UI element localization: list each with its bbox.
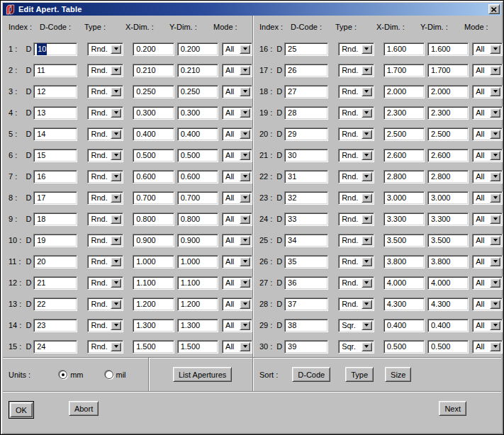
xdim-input[interactable]: 2.800 <box>383 170 425 183</box>
chevron-down-icon[interactable] <box>240 300 250 309</box>
chevron-down-icon[interactable] <box>490 172 500 181</box>
ydim-input[interactable]: 0.400 <box>427 319 469 332</box>
ydim-input[interactable]: 2.000 <box>427 85 469 98</box>
chevron-down-icon[interactable] <box>111 193 121 203</box>
ydim-input[interactable]: 3.300 <box>427 213 469 226</box>
chevron-down-icon[interactable] <box>111 151 121 160</box>
dcode-input[interactable]: 35 <box>284 255 328 269</box>
chevron-down-icon[interactable] <box>240 130 250 139</box>
chevron-down-icon[interactable] <box>362 278 372 288</box>
type-dropdown[interactable]: Rnd. <box>87 255 123 269</box>
ydim-input[interactable]: 1.300 <box>177 319 218 332</box>
mode-dropdown[interactable]: All <box>472 255 503 269</box>
dcode-input[interactable]: 23 <box>33 319 77 332</box>
next-button[interactable]: Next <box>439 401 466 416</box>
chevron-down-icon[interactable] <box>490 45 500 54</box>
ydim-input[interactable]: 2.800 <box>427 170 469 183</box>
mode-dropdown[interactable]: All <box>472 276 503 290</box>
chevron-down-icon[interactable] <box>240 278 250 288</box>
type-dropdown[interactable]: Rnd. <box>338 85 374 98</box>
xdim-input[interactable]: 3.000 <box>383 191 425 205</box>
sort-by-type-button[interactable]: Type <box>345 367 374 382</box>
dcode-input[interactable]: 26 <box>284 64 328 77</box>
mode-dropdown[interactable]: All <box>472 85 503 98</box>
mode-dropdown[interactable]: All <box>472 106 503 120</box>
type-dropdown[interactable]: Rnd. <box>87 128 123 141</box>
ydim-input[interactable]: 0.800 <box>177 213 218 226</box>
chevron-down-icon[interactable] <box>362 193 372 203</box>
mode-dropdown[interactable]: All <box>222 276 252 290</box>
xdim-input[interactable]: 2.500 <box>383 128 425 141</box>
sort-by-dcode-button[interactable]: D-Code <box>292 367 330 382</box>
mode-dropdown[interactable]: All <box>472 128 503 141</box>
ydim-input[interactable]: 4.300 <box>427 298 469 311</box>
dcode-input[interactable]: 27 <box>284 85 328 98</box>
xdim-input[interactable]: 2.000 <box>383 85 425 98</box>
dcode-input[interactable]: 39 <box>284 340 328 354</box>
chevron-down-icon[interactable] <box>362 215 372 224</box>
dcode-input[interactable]: 16 <box>33 170 77 183</box>
xdim-input[interactable]: 1.300 <box>133 319 174 332</box>
mode-dropdown[interactable]: All <box>222 213 252 226</box>
dcode-input[interactable]: 34 <box>284 234 328 247</box>
chevron-down-icon[interactable] <box>490 87 500 96</box>
xdim-input[interactable]: 3.500 <box>383 234 425 247</box>
chevron-down-icon[interactable] <box>240 87 250 96</box>
mode-dropdown[interactable]: All <box>472 191 503 205</box>
dcode-input[interactable]: 32 <box>284 191 328 205</box>
chevron-down-icon[interactable] <box>490 321 500 330</box>
ydim-input[interactable]: 2.300 <box>427 106 469 120</box>
xdim-input[interactable]: 0.500 <box>383 340 425 354</box>
type-dropdown[interactable]: Rnd. <box>338 128 374 141</box>
mode-dropdown[interactable]: All <box>222 234 252 247</box>
chevron-down-icon[interactable] <box>490 215 500 224</box>
type-dropdown[interactable]: Rnd. <box>87 149 123 162</box>
ydim-input[interactable]: 3.500 <box>427 234 469 247</box>
ydim-input[interactable]: 0.300 <box>177 106 218 120</box>
mode-dropdown[interactable]: All <box>472 43 503 56</box>
chevron-down-icon[interactable] <box>490 342 500 351</box>
xdim-input[interactable]: 0.800 <box>133 213 174 226</box>
mode-dropdown[interactable]: All <box>472 64 503 77</box>
chevron-down-icon[interactable] <box>490 300 500 309</box>
chevron-down-icon[interactable] <box>362 108 372 118</box>
mode-dropdown[interactable]: All <box>222 64 252 77</box>
xdim-input[interactable]: 0.210 <box>133 64 174 77</box>
chevron-down-icon[interactable] <box>362 87 372 96</box>
xdim-input[interactable]: 1.700 <box>383 64 425 77</box>
chevron-down-icon[interactable] <box>490 236 500 245</box>
chevron-down-icon[interactable] <box>362 342 372 351</box>
radio-mil-label[interactable]: mil <box>116 371 126 379</box>
chevron-down-icon[interactable] <box>362 130 372 139</box>
unit-mm-option[interactable]: mm <box>59 371 83 379</box>
type-dropdown[interactable]: Rnd. <box>338 298 374 311</box>
chevron-down-icon[interactable] <box>490 278 500 288</box>
type-dropdown[interactable]: Rnd. <box>87 64 123 77</box>
chevron-down-icon[interactable] <box>111 342 121 351</box>
type-dropdown[interactable]: Rnd. <box>87 170 123 183</box>
dcode-input[interactable]: 22 <box>33 298 77 311</box>
type-dropdown[interactable]: Rnd. <box>338 213 374 226</box>
mode-dropdown[interactable]: All <box>222 106 252 120</box>
type-dropdown[interactable]: Rnd. <box>338 170 374 183</box>
ydim-input[interactable]: 3.000 <box>427 191 469 205</box>
xdim-input[interactable]: 0.700 <box>133 191 174 205</box>
chevron-down-icon[interactable] <box>362 321 372 330</box>
xdim-input[interactable]: 1.200 <box>133 298 174 311</box>
ydim-input[interactable]: 0.200 <box>177 43 218 56</box>
chevron-down-icon[interactable] <box>490 108 500 118</box>
ydim-input[interactable]: 0.210 <box>177 64 218 77</box>
chevron-down-icon[interactable] <box>240 45 250 54</box>
dcode-input[interactable]: 20 <box>33 255 77 269</box>
chevron-down-icon[interactable] <box>362 236 372 245</box>
type-dropdown[interactable]: Rnd. <box>338 234 374 247</box>
ydim-input[interactable]: 1.200 <box>177 298 218 311</box>
xdim-input[interactable]: 1.000 <box>133 255 174 269</box>
dcode-input[interactable]: 24 <box>33 340 77 354</box>
dcode-input[interactable]: 31 <box>284 170 328 183</box>
dcode-input[interactable]: 21 <box>33 276 77 290</box>
abort-button[interactable]: Abort <box>69 401 99 416</box>
chevron-down-icon[interactable] <box>362 300 372 309</box>
dcode-input[interactable]: 17 <box>33 191 77 205</box>
ydim-input[interactable]: 0.500 <box>427 340 469 354</box>
